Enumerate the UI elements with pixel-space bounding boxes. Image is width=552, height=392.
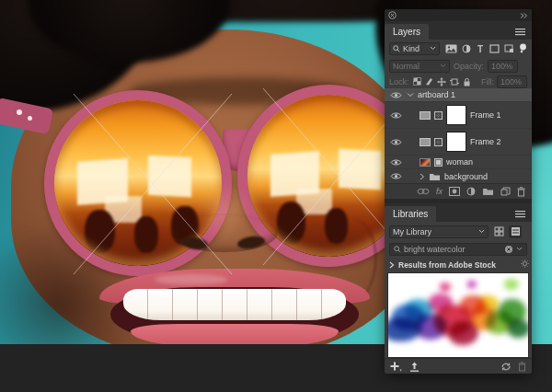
add-mask-icon[interactable] bbox=[449, 187, 460, 196]
clear-search-icon[interactable] bbox=[504, 245, 513, 254]
layer-name[interactable]: artboard 1 bbox=[418, 90, 455, 99]
stock-image-watercolor[interactable] bbox=[387, 272, 529, 358]
visibility-toggle[interactable] bbox=[388, 172, 403, 180]
layers-tab-bar: Layers bbox=[385, 21, 532, 40]
filter-kind-dropdown[interactable]: Kind bbox=[389, 42, 440, 55]
library-dropdown[interactable]: My Library bbox=[389, 225, 489, 238]
watercolor-blob bbox=[508, 319, 529, 338]
opacity-label: Opacity: bbox=[454, 62, 484, 71]
frame-content-thumbnail[interactable] bbox=[420, 138, 431, 146]
watercolor-splatter bbox=[440, 282, 451, 292]
blend-mode-dropdown[interactable]: Normal bbox=[389, 60, 450, 73]
close-icon[interactable] bbox=[388, 11, 397, 19]
sync-icon[interactable] bbox=[500, 362, 512, 372]
new-layer-icon[interactable] bbox=[500, 187, 511, 196]
trash-icon[interactable] bbox=[518, 362, 526, 372]
lock-pixels-icon[interactable] bbox=[425, 77, 433, 86]
eye-icon bbox=[390, 158, 402, 167]
layers-panel-menu-button[interactable] bbox=[514, 28, 526, 36]
layer-name[interactable]: Frame 2 bbox=[470, 137, 501, 146]
upload-icon[interactable] bbox=[409, 362, 420, 372]
collapse-panel-icon[interactable] bbox=[520, 12, 528, 19]
delete-layer-icon[interactable] bbox=[517, 187, 525, 197]
visibility-toggle[interactable] bbox=[388, 138, 403, 146]
layer-name[interactable]: woman bbox=[446, 157, 473, 167]
layer-thumbnail[interactable] bbox=[420, 158, 431, 167]
hamburger-menu-icon bbox=[514, 28, 526, 36]
layer-name[interactable]: Frame 1 bbox=[470, 110, 501, 120]
layer-filter-row: Kind T bbox=[385, 40, 532, 57]
blend-mode-row: Normal Opacity: 100% bbox=[385, 57, 532, 75]
filter-type-buttons: T bbox=[445, 43, 527, 53]
fill-dropdown[interactable]: 100% bbox=[497, 75, 527, 88]
chevron-right-icon bbox=[389, 261, 395, 269]
search-icon bbox=[394, 246, 401, 253]
add-library-item-icon[interactable] bbox=[390, 362, 402, 372]
eye-icon bbox=[390, 91, 402, 99]
eye-icon bbox=[390, 138, 402, 146]
fill-value: 100% bbox=[500, 77, 522, 86]
visibility-toggle[interactable] bbox=[388, 111, 403, 120]
lock-buttons bbox=[413, 77, 471, 86]
layer-row-frame-1[interactable]: Frame 1 bbox=[385, 102, 532, 129]
library-search-row: bright watercolor bbox=[385, 241, 532, 257]
layer-style-fx-icon[interactable]: fx bbox=[436, 187, 443, 196]
libraries-tab-label: Libraries bbox=[393, 209, 428, 219]
layer-name[interactable]: background bbox=[444, 172, 488, 181]
layer-row-background[interactable]: background bbox=[385, 169, 532, 183]
libraries-panel-menu-button[interactable] bbox=[514, 210, 526, 218]
chevron-down-icon[interactable] bbox=[407, 92, 414, 98]
group-folder-icon bbox=[429, 172, 441, 181]
type-layer-filter-icon[interactable]: T bbox=[476, 44, 485, 53]
frame-badge-icon bbox=[434, 111, 443, 120]
layer-row-artboard-1[interactable]: artboard 1 bbox=[385, 88, 532, 102]
photoshop-app: Layers Kind bbox=[0, 0, 552, 392]
layer-row-frame-2[interactable]: Frame 2 bbox=[385, 129, 532, 156]
new-group-icon[interactable] bbox=[482, 187, 494, 196]
lock-all-icon[interactable] bbox=[463, 77, 471, 86]
chevron-right-icon[interactable] bbox=[420, 173, 425, 180]
frame-mask-thumbnail[interactable] bbox=[446, 105, 466, 125]
lock-row: Lock: bbox=[385, 75, 532, 88]
opacity-dropdown[interactable]: 100% bbox=[488, 60, 518, 73]
adjustment-layer-filter-icon[interactable] bbox=[462, 44, 471, 53]
frame-content-thumbnail[interactable] bbox=[420, 111, 431, 120]
stock-results-header[interactable]: Results from Adobe Stock bbox=[385, 257, 532, 272]
frame-mask-thumbnail[interactable] bbox=[446, 132, 466, 152]
svg-text:T: T bbox=[477, 44, 483, 53]
pixel-layer-filter-icon[interactable] bbox=[445, 44, 457, 53]
lock-label: Lock: bbox=[389, 77, 409, 86]
smart-object-filter-icon[interactable] bbox=[504, 44, 514, 53]
eye-icon bbox=[390, 172, 402, 180]
tab-libraries[interactable]: Libraries bbox=[385, 206, 436, 222]
layer-row-woman[interactable]: woman bbox=[385, 156, 532, 169]
filter-toggle-icon[interactable] bbox=[519, 43, 527, 53]
watercolor-splatter bbox=[467, 281, 477, 288]
grid-view-button[interactable] bbox=[492, 225, 505, 238]
library-name: My Library bbox=[393, 227, 476, 236]
layers-list: artboard 1 Frame 1 bbox=[385, 88, 532, 183]
library-search-input[interactable]: bright watercolor bbox=[389, 243, 527, 256]
layers-toolbar: fx bbox=[385, 183, 532, 199]
lock-transparency-icon[interactable] bbox=[413, 77, 421, 86]
sync-status-gear-icon bbox=[521, 259, 529, 268]
chevron-down-icon bbox=[478, 229, 485, 234]
search-query-text: bright watercolor bbox=[404, 245, 501, 254]
list-view-button[interactable] bbox=[509, 225, 522, 238]
hamburger-menu-icon bbox=[514, 210, 526, 218]
visibility-toggle[interactable] bbox=[388, 158, 403, 167]
search-scope-chevron-icon[interactable] bbox=[516, 247, 523, 251]
chevron-down-icon bbox=[440, 63, 446, 68]
library-select-row: My Library bbox=[385, 222, 532, 241]
panel-titlebar[interactable] bbox=[385, 9, 532, 21]
lock-position-icon[interactable] bbox=[437, 77, 446, 86]
shape-layer-filter-icon[interactable] bbox=[489, 44, 500, 53]
tab-layers[interactable]: Layers bbox=[385, 24, 429, 40]
filter-kind-value: Kind bbox=[403, 44, 427, 53]
lock-artboard-nesting-icon[interactable] bbox=[450, 77, 459, 86]
adjustment-layer-icon[interactable] bbox=[466, 187, 476, 196]
link-layers-icon[interactable] bbox=[417, 188, 430, 195]
grid-view-icon bbox=[494, 226, 504, 236]
smart-object-badge-icon bbox=[434, 158, 443, 167]
visibility-toggle[interactable] bbox=[388, 91, 403, 99]
